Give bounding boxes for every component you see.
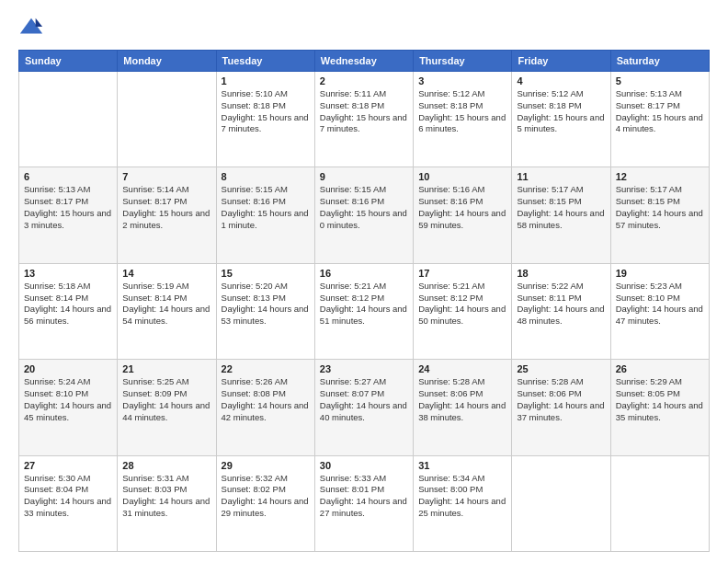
- day-info: Sunrise: 5:14 AM Sunset: 8:17 PM Dayligh…: [122, 184, 210, 231]
- day-number: 15: [222, 268, 310, 279]
- day-info: Sunrise: 5:31 AM Sunset: 8:03 PM Dayligh…: [122, 473, 210, 520]
- table-row: 31Sunrise: 5:34 AM Sunset: 8:00 PM Dayli…: [414, 455, 512, 551]
- calendar-header-row: Sunday Monday Tuesday Wednesday Thursday…: [19, 51, 710, 72]
- col-monday: Monday: [118, 51, 216, 72]
- table-row: 7Sunrise: 5:14 AM Sunset: 8:17 PM Daylig…: [118, 167, 216, 263]
- day-number: 23: [320, 363, 408, 374]
- day-info: Sunrise: 5:28 AM Sunset: 8:06 PM Dayligh…: [517, 376, 605, 423]
- table-row: 14Sunrise: 5:19 AM Sunset: 8:14 PM Dayli…: [118, 263, 216, 359]
- day-info: Sunrise: 5:10 AM Sunset: 8:18 PM Dayligh…: [222, 88, 310, 135]
- day-number: 25: [517, 363, 605, 374]
- col-saturday: Saturday: [610, 51, 709, 72]
- day-number: 20: [24, 363, 112, 374]
- day-info: Sunrise: 5:16 AM Sunset: 8:16 PM Dayligh…: [418, 184, 506, 231]
- col-friday: Friday: [512, 51, 610, 72]
- day-info: Sunrise: 5:17 AM Sunset: 8:15 PM Dayligh…: [616, 184, 704, 231]
- day-info: Sunrise: 5:19 AM Sunset: 8:14 PM Dayligh…: [122, 281, 210, 327]
- calendar-row: 27Sunrise: 5:30 AM Sunset: 8:04 PM Dayli…: [19, 455, 710, 551]
- day-number: 29: [222, 460, 310, 471]
- table-row: 27Sunrise: 5:30 AM Sunset: 8:04 PM Dayli…: [19, 455, 118, 551]
- day-number: 18: [517, 268, 605, 279]
- table-row: 3Sunrise: 5:12 AM Sunset: 8:18 PM Daylig…: [414, 72, 512, 167]
- day-number: 2: [320, 75, 408, 86]
- table-row: 16Sunrise: 5:21 AM Sunset: 8:12 PM Dayli…: [314, 263, 413, 359]
- day-number: 12: [616, 171, 704, 182]
- day-info: Sunrise: 5:32 AM Sunset: 8:02 PM Dayligh…: [222, 473, 310, 520]
- day-number: 5: [616, 75, 704, 86]
- table-row: 4Sunrise: 5:12 AM Sunset: 8:18 PM Daylig…: [512, 72, 610, 167]
- day-number: 4: [517, 75, 605, 86]
- table-row: 10Sunrise: 5:16 AM Sunset: 8:16 PM Dayli…: [414, 167, 512, 263]
- table-row: 23Sunrise: 5:27 AM Sunset: 8:07 PM Dayli…: [314, 360, 413, 455]
- day-number: 13: [24, 268, 112, 279]
- day-info: Sunrise: 5:21 AM Sunset: 8:12 PM Dayligh…: [320, 281, 408, 327]
- day-number: 16: [320, 268, 408, 279]
- calendar-row: 1Sunrise: 5:10 AM Sunset: 8:18 PM Daylig…: [19, 72, 710, 167]
- table-row: 19Sunrise: 5:23 AM Sunset: 8:10 PM Dayli…: [610, 263, 709, 359]
- day-number: 3: [418, 75, 506, 86]
- day-number: 24: [418, 363, 506, 374]
- logo-icon: [18, 15, 44, 40]
- table-row: 24Sunrise: 5:28 AM Sunset: 8:06 PM Dayli…: [414, 360, 512, 455]
- day-info: Sunrise: 5:34 AM Sunset: 8:00 PM Dayligh…: [418, 473, 506, 520]
- day-number: 22: [222, 363, 310, 374]
- table-row: 12Sunrise: 5:17 AM Sunset: 8:15 PM Dayli…: [610, 167, 709, 263]
- day-number: 26: [616, 363, 704, 374]
- day-number: 9: [320, 171, 408, 182]
- day-info: Sunrise: 5:27 AM Sunset: 8:07 PM Dayligh…: [320, 376, 408, 423]
- day-info: Sunrise: 5:28 AM Sunset: 8:06 PM Dayligh…: [418, 376, 506, 423]
- table-row: 17Sunrise: 5:21 AM Sunset: 8:12 PM Dayli…: [414, 263, 512, 359]
- col-tuesday: Tuesday: [216, 51, 314, 72]
- day-info: Sunrise: 5:24 AM Sunset: 8:10 PM Dayligh…: [24, 376, 112, 423]
- table-row: 28Sunrise: 5:31 AM Sunset: 8:03 PM Dayli…: [118, 455, 216, 551]
- day-info: Sunrise: 5:21 AM Sunset: 8:12 PM Dayligh…: [418, 281, 506, 327]
- calendar-row: 20Sunrise: 5:24 AM Sunset: 8:10 PM Dayli…: [19, 360, 710, 455]
- calendar-table: Sunday Monday Tuesday Wednesday Thursday…: [18, 50, 710, 552]
- table-row: 20Sunrise: 5:24 AM Sunset: 8:10 PM Dayli…: [19, 360, 118, 455]
- day-number: 7: [122, 171, 210, 182]
- table-row: 22Sunrise: 5:26 AM Sunset: 8:08 PM Dayli…: [216, 360, 314, 455]
- day-number: 1: [222, 75, 310, 86]
- day-info: Sunrise: 5:12 AM Sunset: 8:18 PM Dayligh…: [517, 88, 605, 135]
- day-info: Sunrise: 5:13 AM Sunset: 8:17 PM Dayligh…: [24, 184, 112, 231]
- day-number: 31: [418, 460, 506, 471]
- table-row: 1Sunrise: 5:10 AM Sunset: 8:18 PM Daylig…: [216, 72, 314, 167]
- day-info: Sunrise: 5:29 AM Sunset: 8:05 PM Dayligh…: [616, 376, 704, 423]
- day-info: Sunrise: 5:15 AM Sunset: 8:16 PM Dayligh…: [320, 184, 408, 231]
- day-info: Sunrise: 5:25 AM Sunset: 8:09 PM Dayligh…: [122, 376, 210, 423]
- day-info: Sunrise: 5:18 AM Sunset: 8:14 PM Dayligh…: [24, 281, 112, 327]
- day-number: 28: [122, 460, 210, 471]
- table-row: 25Sunrise: 5:28 AM Sunset: 8:06 PM Dayli…: [512, 360, 610, 455]
- day-info: Sunrise: 5:20 AM Sunset: 8:13 PM Dayligh…: [222, 281, 310, 327]
- page: Sunday Monday Tuesday Wednesday Thursday…: [0, 0, 728, 563]
- day-number: 21: [122, 363, 210, 374]
- col-wednesday: Wednesday: [314, 51, 413, 72]
- calendar-row: 6Sunrise: 5:13 AM Sunset: 8:17 PM Daylig…: [19, 167, 710, 263]
- day-number: 30: [320, 460, 408, 471]
- day-number: 11: [517, 171, 605, 182]
- day-info: Sunrise: 5:23 AM Sunset: 8:10 PM Dayligh…: [616, 281, 704, 327]
- day-info: Sunrise: 5:12 AM Sunset: 8:18 PM Dayligh…: [418, 88, 506, 135]
- day-number: 27: [24, 460, 112, 471]
- day-info: Sunrise: 5:17 AM Sunset: 8:15 PM Dayligh…: [517, 184, 605, 231]
- table-row: 6Sunrise: 5:13 AM Sunset: 8:17 PM Daylig…: [19, 167, 118, 263]
- table-row: 15Sunrise: 5:20 AM Sunset: 8:13 PM Dayli…: [216, 263, 314, 359]
- table-row: 2Sunrise: 5:11 AM Sunset: 8:18 PM Daylig…: [314, 72, 413, 167]
- day-number: 6: [24, 171, 112, 182]
- col-sunday: Sunday: [19, 51, 118, 72]
- day-info: Sunrise: 5:11 AM Sunset: 8:18 PM Dayligh…: [320, 88, 408, 135]
- logo: [18, 15, 48, 40]
- table-row: 29Sunrise: 5:32 AM Sunset: 8:02 PM Dayli…: [216, 455, 314, 551]
- day-number: 17: [418, 268, 506, 279]
- table-row: 11Sunrise: 5:17 AM Sunset: 8:15 PM Dayli…: [512, 167, 610, 263]
- table-row: [512, 455, 610, 551]
- table-row: 21Sunrise: 5:25 AM Sunset: 8:09 PM Dayli…: [118, 360, 216, 455]
- col-thursday: Thursday: [414, 51, 512, 72]
- table-row: [19, 72, 118, 167]
- top-section: [18, 15, 710, 40]
- day-info: Sunrise: 5:26 AM Sunset: 8:08 PM Dayligh…: [222, 376, 310, 423]
- table-row: 18Sunrise: 5:22 AM Sunset: 8:11 PM Dayli…: [512, 263, 610, 359]
- day-info: Sunrise: 5:15 AM Sunset: 8:16 PM Dayligh…: [222, 184, 310, 231]
- day-number: 14: [122, 268, 210, 279]
- table-row: 8Sunrise: 5:15 AM Sunset: 8:16 PM Daylig…: [216, 167, 314, 263]
